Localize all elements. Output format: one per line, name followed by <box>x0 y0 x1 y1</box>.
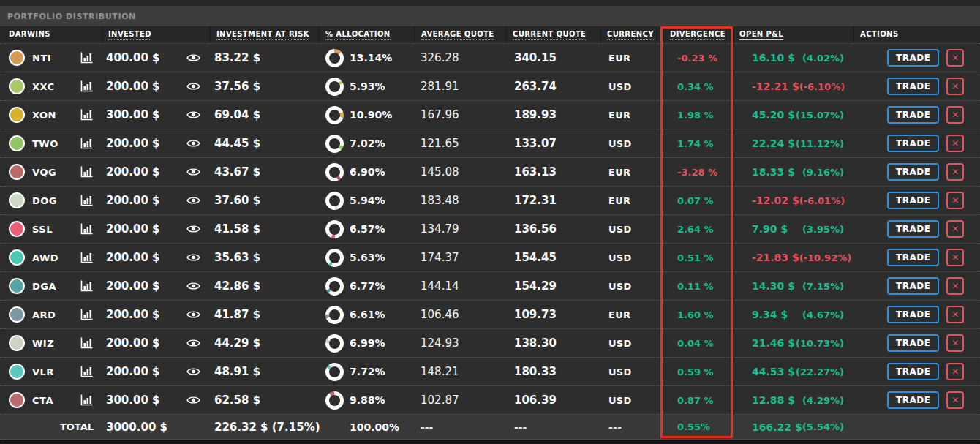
trade-button[interactable]: TRADE <box>887 163 939 181</box>
close-position-button[interactable]: ✕ <box>946 277 964 295</box>
eye-icon[interactable] <box>186 282 200 290</box>
currency-cell: USD <box>601 358 664 385</box>
close-position-button[interactable]: ✕ <box>946 306 964 323</box>
column-header-current-quote[interactable]: CURRENT QUOTE <box>507 26 601 43</box>
trade-button[interactable]: TRADE <box>887 192 939 209</box>
eye-icon[interactable] <box>186 82 200 91</box>
darwin-name[interactable]: NTI <box>32 53 51 64</box>
close-position-button[interactable]: ✕ <box>946 363 964 380</box>
allocation-donut-chart <box>325 106 344 124</box>
trade-button[interactable]: TRADE <box>887 78 939 95</box>
column-header-investment-at-risk[interactable]: INVESTMENT AT RISK <box>211 26 320 43</box>
close-position-button[interactable]: ✕ <box>946 220 964 238</box>
trade-button[interactable]: TRADE <box>887 306 939 323</box>
bar-chart-icon[interactable] <box>80 337 93 349</box>
close-position-button[interactable]: ✕ <box>946 49 964 67</box>
invested-cell: 200.00 $ <box>102 72 211 100</box>
bar-chart-icon[interactable] <box>80 109 93 121</box>
darwin-name[interactable]: XON <box>32 110 56 121</box>
darwin-name[interactable]: TWO <box>32 138 59 149</box>
trade-button[interactable]: TRADE <box>887 334 939 352</box>
eye-icon[interactable] <box>186 396 200 405</box>
total-label-cell: TOTAL <box>0 415 102 439</box>
trade-button[interactable]: TRADE <box>887 249 939 266</box>
allocation-value: 9.88% <box>350 394 385 406</box>
close-position-button[interactable]: ✕ <box>946 249 964 266</box>
average-quote-value: 145.08 <box>421 165 459 178</box>
darwin-cell: NTI <box>0 44 102 72</box>
darwin-name[interactable]: SSL <box>32 224 53 235</box>
currency-value: EUR <box>608 167 630 178</box>
close-position-button[interactable]: ✕ <box>946 135 964 152</box>
column-header-currency[interactable]: CURRENCY <box>601 26 664 43</box>
invested-cell: 200.00 $ <box>102 301 211 328</box>
bar-chart-icon[interactable] <box>80 394 93 406</box>
trade-button[interactable]: TRADE <box>887 106 939 124</box>
close-position-button[interactable]: ✕ <box>946 192 964 209</box>
bar-chart-icon[interactable] <box>80 52 93 64</box>
eye-icon[interactable] <box>186 168 200 176</box>
total-allocation-value: 100.00% <box>350 421 399 433</box>
eye-icon[interactable] <box>186 196 200 205</box>
trade-button[interactable]: TRADE <box>887 391 939 409</box>
panel-title: PORTFOLIO DISTRIBUTION <box>7 12 136 21</box>
average-quote-value: 134.79 <box>421 222 459 236</box>
trade-button[interactable]: TRADE <box>887 277 939 295</box>
bar-chart-icon[interactable] <box>80 280 93 292</box>
darwin-name[interactable]: DGA <box>32 281 56 292</box>
column-header-invested[interactable]: INVESTED <box>102 26 211 43</box>
column-header-allocation[interactable]: % ALLOCATION <box>320 26 415 43</box>
bar-chart-icon[interactable] <box>80 166 93 178</box>
bar-chart-icon[interactable] <box>80 195 93 206</box>
eye-icon[interactable] <box>186 53 200 62</box>
column-header-divergence[interactable]: DIVERGENCE <box>664 26 734 43</box>
darwin-cell: TWO <box>0 129 102 157</box>
darwin-name[interactable]: VLR <box>32 366 54 377</box>
trade-button[interactable]: TRADE <box>887 49 939 67</box>
open-pnl-cell: -12.02 $ (-6.01%) <box>734 187 854 214</box>
eye-icon[interactable] <box>186 225 200 233</box>
eye-icon[interactable] <box>186 310 200 319</box>
close-icon: ✕ <box>951 367 959 376</box>
close-position-button[interactable]: ✕ <box>946 78 964 95</box>
darwin-name[interactable]: WIZ <box>32 338 54 349</box>
divergence-value: 0.59 % <box>677 366 714 377</box>
bar-chart-icon[interactable] <box>80 309 93 320</box>
column-header-darwins: DARWINS <box>0 26 102 43</box>
darwin-cell: VQG <box>0 158 102 186</box>
darwin-name[interactable]: CTA <box>32 395 53 406</box>
bar-chart-icon[interactable] <box>80 138 93 149</box>
eye-icon[interactable] <box>186 110 200 119</box>
average-quote-value: 144.14 <box>421 279 459 293</box>
bar-chart-icon[interactable] <box>80 223 93 235</box>
column-header-open-pnl[interactable]: OPEN P&L <box>734 26 854 43</box>
trade-button[interactable]: TRADE <box>887 135 939 152</box>
allocation-value: 7.72% <box>350 366 385 377</box>
bar-chart-icon[interactable] <box>80 366 93 377</box>
darwin-name[interactable]: DOG <box>32 195 57 206</box>
darwin-name[interactable]: ARD <box>32 309 56 320</box>
close-position-button[interactable]: ✕ <box>946 334 964 352</box>
eye-icon[interactable] <box>186 139 200 148</box>
close-position-button[interactable]: ✕ <box>946 391 964 409</box>
close-position-button[interactable]: ✕ <box>946 106 964 124</box>
invested-cell: 200.00 $ <box>102 215 211 243</box>
trade-button[interactable]: TRADE <box>887 363 939 380</box>
allocation-value: 10.90% <box>350 109 392 121</box>
darwin-name[interactable]: XXC <box>32 81 55 92</box>
bar-chart-icon[interactable] <box>80 80 93 92</box>
allocation-cell: 9.88% <box>320 386 415 414</box>
close-position-button[interactable]: ✕ <box>946 163 964 181</box>
eye-icon[interactable] <box>186 367 200 376</box>
darwin-name[interactable]: AWD <box>32 252 59 263</box>
average-quote-value: 281.91 <box>421 80 459 93</box>
eye-icon[interactable] <box>186 253 200 262</box>
bar-chart-icon[interactable] <box>80 252 93 263</box>
eye-icon[interactable] <box>186 339 200 347</box>
trade-button[interactable]: TRADE <box>887 220 939 238</box>
currency-cell: USD <box>601 244 664 271</box>
darwin-name[interactable]: VQG <box>32 167 56 178</box>
total-actions-cell <box>854 415 980 439</box>
investment-at-risk-cell: 43.67 $ <box>211 158 320 186</box>
column-header-average-quote[interactable]: AVERAGE QUOTE <box>415 26 507 43</box>
